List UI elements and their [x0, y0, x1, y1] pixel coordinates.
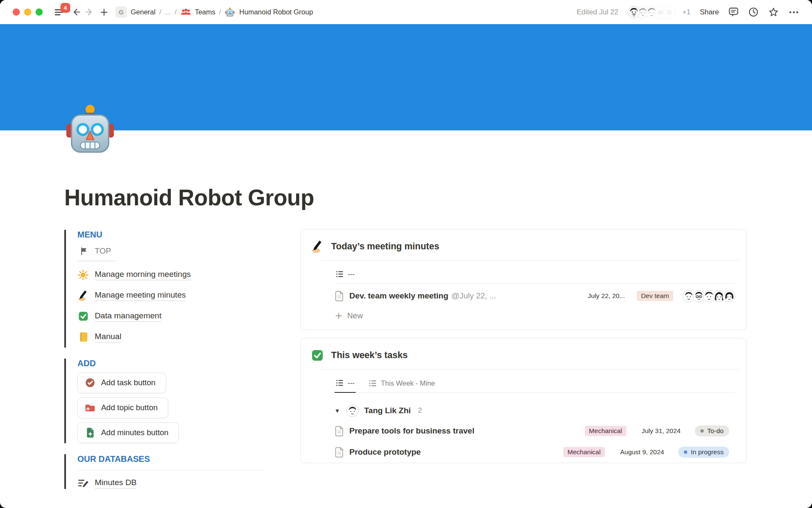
file-plus-icon	[84, 427, 96, 439]
status-dot-icon	[684, 450, 687, 454]
menu-link-manual[interactable]: Manual	[77, 327, 263, 348]
minutes-row-date[interactable]: July 22, 20...	[588, 292, 625, 300]
plus-icon	[335, 312, 343, 320]
tasks-view-tabs: --- This Week - Mine	[335, 375, 735, 393]
divider	[320, 369, 740, 370]
task-title[interactable]: Prepare tools for business travel	[349, 426, 475, 436]
card-title: Today’s meeting minutes	[331, 241, 439, 252]
close-window-button[interactable]	[13, 8, 20, 16]
view-tab-this-week-mine[interactable]: This Week - Mine	[368, 376, 436, 392]
weekly-tasks-card-header[interactable]: This week’s tasks	[301, 338, 746, 369]
breadcrumb-teams[interactable]: Teams	[195, 8, 216, 16]
task-due-date[interactable]: August 9, 2024	[620, 448, 664, 456]
view-tab-label: This Week - Mine	[381, 379, 435, 387]
view-tab-default[interactable]: ---	[335, 267, 356, 283]
avatar	[346, 405, 359, 417]
top-bar-actions: Edited Jul 22 M D +1 Share	[577, 6, 799, 19]
task-row[interactable]: Prepare tools for business travel Mechan…	[335, 420, 729, 442]
breadcrumb-separator: /	[219, 8, 221, 16]
more-options-icon[interactable]	[788, 7, 799, 18]
status-label: To-do	[707, 427, 724, 435]
menu-link-label: Data management	[95, 311, 162, 322]
avatar	[723, 290, 735, 302]
group-row-assignee[interactable]: ▼ Tang Lik Zhi 2	[335, 401, 735, 420]
edited-timestamp: Edited Jul 22	[577, 8, 618, 17]
breadcrumb-page[interactable]: Humanoid Robot Group	[239, 8, 313, 16]
favorite-star-icon[interactable]	[768, 7, 779, 18]
meeting-minutes-card-header[interactable]: Today’s meeting minutes	[301, 229, 746, 260]
collapse-triangle-icon[interactable]: ▼	[335, 408, 340, 414]
notification-badge: 4	[60, 3, 70, 13]
breadcrumb-separator: /	[175, 8, 177, 16]
window-controls	[13, 8, 43, 16]
weekly-tasks-card: This week’s tasks --- This Week - Mine ▼	[300, 338, 746, 463]
view-tab-default[interactable]: ---	[335, 375, 356, 393]
left-column: MENU TOP Manage morning meetings Manage …	[64, 229, 263, 500]
zoom-window-button[interactable]	[36, 8, 43, 16]
menu-link-data-management[interactable]: Data management	[77, 306, 263, 327]
list-view-icon	[336, 379, 344, 387]
writing-hand-icon	[77, 290, 89, 301]
menu-link-morning-meetings[interactable]: Manage morning meetings	[77, 265, 263, 285]
team-tag[interactable]: Dev team	[637, 291, 673, 301]
add-topic-button[interactable]: Add topic button	[77, 398, 168, 418]
robot-emoji-icon	[225, 8, 236, 17]
database-link-label: Minutes DB	[95, 478, 137, 489]
list-view-icon	[369, 379, 377, 387]
green-check-icon	[77, 311, 89, 322]
page-icon	[335, 425, 344, 436]
more-viewers-count[interactable]: +1	[683, 8, 691, 16]
minutes-row[interactable]: Dev. team weekly meeting @July 22, ... J…	[335, 285, 735, 307]
card-title: This week’s tasks	[331, 350, 408, 361]
task-status-badge[interactable]: In progress	[678, 447, 729, 458]
view-tab-label: ---	[348, 379, 354, 387]
new-row-label: New	[347, 311, 363, 320]
add-task-button[interactable]: Add task button	[77, 373, 166, 393]
teams-icon	[181, 8, 191, 17]
forward-button[interactable]	[82, 6, 95, 19]
breadcrumb-collapsed[interactable]: ...	[165, 8, 171, 16]
page-title[interactable]: Humanoid Robot Group	[64, 185, 746, 211]
task-row[interactable]: Produce prototype Mechanical August 9, 2…	[335, 442, 729, 463]
green-check-icon	[311, 349, 324, 362]
group-count: 2	[418, 406, 422, 415]
menu-link-label: Manage morning meetings	[95, 270, 191, 280]
task-category-tag[interactable]: Mechanical	[585, 426, 626, 436]
minutes-row-title[interactable]: Dev. team weekly meeting	[349, 291, 448, 301]
task-status-badge[interactable]: To-do	[695, 425, 729, 436]
page-body: MENU TOP Manage morning meetings Manage …	[0, 229, 812, 500]
minimize-window-button[interactable]	[24, 8, 31, 16]
menu-link-label: Manual	[95, 332, 121, 342]
group-assignee-name: Tang Lik Zhi	[364, 406, 411, 415]
share-button[interactable]: Share	[700, 8, 719, 17]
page-icon	[335, 447, 344, 458]
new-row-button[interactable]: New	[335, 307, 735, 325]
page-icon-robot[interactable]	[64, 103, 116, 155]
menu-link-meeting-minutes[interactable]: Manage meeting minutes	[77, 285, 263, 306]
divider	[77, 470, 263, 470]
sidebar-toggle-button[interactable]: 4	[53, 6, 66, 19]
viewer-avatar-stack[interactable]: M D	[628, 6, 676, 19]
breadcrumb-separator: /	[159, 8, 162, 16]
back-button[interactable]	[70, 6, 82, 19]
task-due-date[interactable]: July 31, 2024	[642, 427, 680, 435]
workspace-icon[interactable]: G	[115, 6, 127, 18]
task-title[interactable]: Produce prototype	[349, 447, 421, 457]
folder-plus-icon	[84, 402, 96, 414]
top-bar: 4 G General / ... / Teams / Humanoid Rob…	[0, 0, 812, 24]
menu-link-label: Manage meeting minutes	[95, 290, 186, 301]
attendee-avatar-stack[interactable]	[683, 290, 735, 302]
add-minutes-button[interactable]: Add minutes button	[77, 422, 179, 443]
minutes-row-date-mention: @July 22, ...	[451, 291, 496, 301]
task-check-icon	[84, 377, 96, 389]
menu-link-label: TOP	[95, 246, 111, 256]
new-tab-button[interactable]	[98, 6, 110, 19]
history-icon[interactable]	[748, 7, 759, 17]
menu-link-top[interactable]: TOP	[77, 244, 115, 261]
breadcrumb-general[interactable]: General	[131, 8, 156, 16]
page-cover[interactable]	[0, 24, 812, 130]
compose-icon	[77, 478, 89, 489]
database-link-minutes-db[interactable]: Minutes DB	[77, 473, 263, 489]
comments-icon[interactable]	[728, 7, 739, 17]
task-category-tag[interactable]: Mechanical	[563, 447, 605, 457]
